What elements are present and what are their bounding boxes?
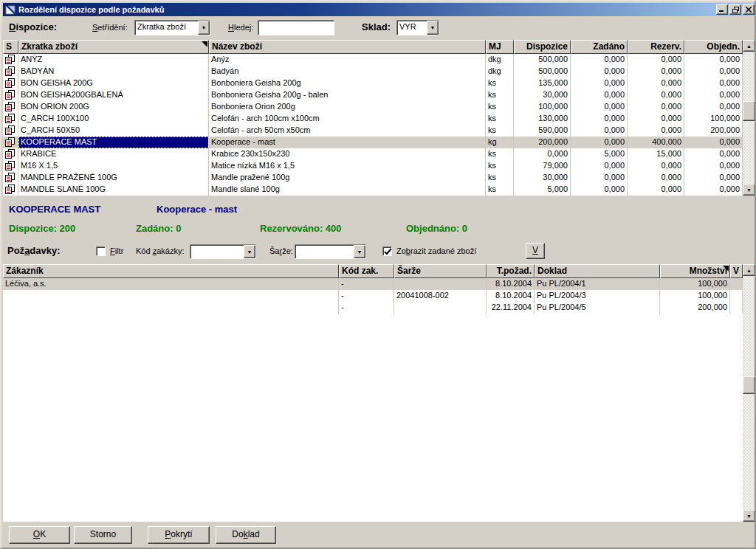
kod-zakazky-label: Kód zakázky:	[136, 246, 184, 255]
setrideni-combobox[interactable]: Zkratka zboží ▼	[134, 20, 210, 35]
cell-rezerv: 0,000	[628, 66, 684, 77]
column-header-doklad[interactable]: Doklad	[535, 264, 660, 278]
arrow-down-icon[interactable]: ▼	[743, 510, 755, 522]
sarze-value	[295, 245, 354, 258]
cell-v	[730, 278, 743, 290]
document-copy-icon	[5, 114, 15, 123]
table-row[interactable]: C_ARCH 50X50Celofán - arch 50cm x50cmks5…	[3, 125, 743, 137]
v-button[interactable]: V	[526, 243, 545, 259]
cell-objedn: 0,000	[684, 184, 743, 196]
table-row[interactable]: C_ARCH 100X100Celofán - arch 100cm x100c…	[3, 113, 743, 125]
cell-rezerv: 0,000	[628, 54, 684, 66]
document-copy-icon	[5, 78, 15, 88]
cell-mnozstvi: 100,000	[660, 290, 730, 302]
cell-zkratka: KOOPERACE MAST	[18, 137, 209, 148]
table-row[interactable]: BON GEISHA200GBALENÁBonboniera Geisha 20…	[3, 89, 743, 101]
column-header-n-zev-zbo-[interactable]: Název zboží	[209, 40, 486, 54]
arrow-up-icon[interactable]: ▲	[743, 40, 755, 52]
cell-nazev: Kooperace - mast	[209, 137, 486, 148]
sklad-combobox[interactable]: VYR ▼	[396, 20, 439, 35]
chevron-down-icon[interactable]: ▼	[354, 245, 365, 258]
cell-zadano: 5,000	[571, 148, 628, 160]
doklad-button[interactable]: Doklad	[216, 526, 276, 544]
table-row[interactable]: M16 X 1,5Matice nízká M16 x 1,5ks79,0000…	[3, 160, 743, 172]
hledej-input[interactable]	[258, 20, 334, 35]
pozadavky-label: Požadavky:	[7, 245, 61, 256]
table-row[interactable]: KRABICEKrabice 230x150x230ks0,0005,00015…	[3, 148, 743, 160]
sort-indicator-icon	[202, 41, 207, 47]
requirements-table-scrollbar[interactable]: ▲ ▼	[743, 264, 755, 522]
column-header-dispozice[interactable]: Dispozice	[514, 40, 571, 54]
setrideni-label: Setřídění:	[92, 23, 128, 32]
cell-nazev: Anýz	[209, 54, 486, 66]
cell-zkratka: MANDLE SLANÉ 100G	[18, 184, 209, 196]
column-header-zkratka-zbo-[interactable]: Zkratka zboží	[18, 40, 209, 54]
cell-doklad: Pu PL/2004/5	[535, 302, 660, 314]
filtr-checkbox[interactable]	[96, 246, 106, 256]
cell-nazev: Bonboniera Orion 200g	[209, 101, 486, 113]
kod-zakazky-combobox[interactable]: ▼	[190, 244, 256, 259]
cell-mj: ks	[486, 160, 514, 172]
column-header--ar-e[interactable]: Šarže	[394, 264, 487, 278]
table-row[interactable]: BADYÁNBadyándkg500,0000,0000,0000,000	[3, 66, 743, 77]
cell-rezerv: 0,000	[628, 113, 684, 125]
document-copy-icon	[5, 173, 15, 182]
scrollbar-thumb[interactable]	[743, 101, 755, 121]
table-row[interactable]: ANÝZAnýzdkg500,0000,0000,0000,000	[3, 54, 743, 66]
column-header-t-po-ad-[interactable]: T.požad.	[487, 264, 535, 278]
title-bar[interactable]: Rozdělení dispozice podle požadavků	[3, 3, 756, 16]
requirements-table: ZákazníkKód zak.ŠaržeT.požad.DokladMnožs…	[3, 264, 743, 522]
table-row[interactable]: KOOPERACE MASTKooperace - mastkg200,0000…	[3, 137, 743, 148]
row-icon-cell	[3, 54, 18, 66]
table-row[interactable]: -20041008-0028.10.2004Pu PL/2004/3100,00…	[3, 290, 743, 302]
ok-button[interactable]: OK	[9, 526, 70, 544]
cell-zkratka: BON ORION 200G	[18, 101, 209, 113]
table-row[interactable]: MANDLE SLANÉ 100GMandle slané 100gks5,00…	[3, 184, 743, 196]
zobrazit-checkbox[interactable]	[382, 246, 392, 256]
column-header-objedn-[interactable]: Objedn.	[684, 40, 743, 54]
detail-zadano: Zadáno: 0	[136, 223, 181, 234]
table-row[interactable]: Léčiva, a.s.-8.10.2004Pu PL/2004/1100,00…	[3, 278, 743, 290]
column-header-z-kazn-k[interactable]: Zákazník	[3, 264, 339, 278]
zobrazit-label: Zobrazit zadané zboží	[396, 246, 476, 255]
restore-button[interactable]	[729, 4, 741, 15]
arrow-up-icon[interactable]: ▲	[743, 264, 755, 276]
column-header-mno-stv-[interactable]: Množství	[660, 264, 730, 278]
storno-button[interactable]: Storno	[74, 526, 132, 544]
table-row[interactable]: -22.11.2004Pu PL/2004/5200,000	[3, 302, 743, 314]
column-header-v[interactable]: V	[730, 264, 743, 278]
column-header-rezerv-[interactable]: Rezerv.	[628, 40, 684, 54]
scrollbar-thumb[interactable]	[743, 376, 755, 394]
window-title: Rozdělení dispozice podle požadavků	[18, 5, 715, 14]
table-row[interactable]: BON GEISHA 200GBonboniera Geisha 200gks1…	[3, 77, 743, 89]
column-header-s[interactable]: S	[3, 40, 18, 54]
column-header-zad-no[interactable]: Zadáno	[571, 40, 628, 54]
cell-zadano: 0,000	[571, 89, 628, 101]
chevron-down-icon[interactable]: ▼	[427, 21, 439, 35]
chevron-down-icon[interactable]: ▼	[198, 21, 210, 35]
cell-mnozstvi: 200,000	[660, 302, 730, 314]
cell-objedn: 0,000	[684, 160, 743, 172]
cell-dispozice: 79,000	[514, 160, 571, 172]
close-icon	[746, 7, 752, 13]
goods-table-scrollbar[interactable]: ▲ ▼	[743, 40, 755, 196]
pokryti-button[interactable]: Pokrytí	[148, 526, 210, 544]
cell-nazev: Badyán	[209, 66, 486, 77]
cell-rezerv: 0,000	[628, 160, 684, 172]
sarze-combobox[interactable]: ▼	[295, 244, 366, 259]
cell-zadano: 0,000	[571, 137, 628, 148]
arrow-down-icon[interactable]: ▼	[743, 184, 755, 196]
row-icon-cell	[3, 77, 18, 89]
table-row[interactable]: MANDLE PRAŽENÉ 100GMandle pražené 100gks…	[3, 172, 743, 184]
cell-objedn: 0,000	[684, 77, 743, 89]
table-row[interactable]: BON ORION 200GBonboniera Orion 200gks100…	[3, 101, 743, 113]
cell-dispozice: 200,000	[514, 137, 571, 148]
column-header-k-d-zak-[interactable]: Kód zak.	[339, 264, 394, 278]
cell-nazev: Celofán - arch 100cm x100cm	[209, 113, 486, 125]
minimize-button[interactable]	[716, 4, 728, 15]
cell-dispozice: 130,000	[514, 113, 571, 125]
close-button[interactable]	[743, 4, 755, 15]
chevron-down-icon[interactable]: ▼	[244, 245, 255, 258]
column-header-mj[interactable]: MJ	[486, 40, 514, 54]
cell-nazev: Bonboniera Geisha 200g	[209, 77, 486, 89]
